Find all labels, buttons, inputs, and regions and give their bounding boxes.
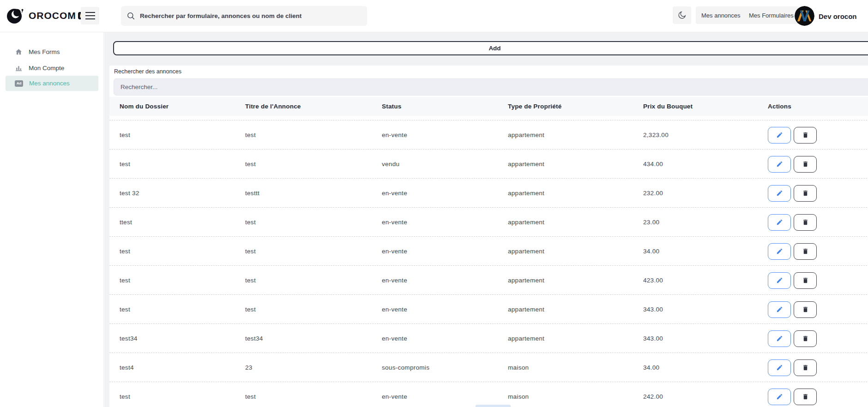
column-header-actions: Actions <box>768 97 791 116</box>
cell-prix-bouquet: 34.00 <box>643 353 659 382</box>
pencil-icon <box>776 132 783 138</box>
edit-button[interactable] <box>768 301 791 318</box>
cell-nom-dossier: test <box>120 295 130 324</box>
delete-button[interactable] <box>794 214 817 231</box>
delete-button[interactable] <box>794 272 817 289</box>
cell-titre-annonce: test <box>245 208 256 237</box>
trash-icon <box>802 306 809 313</box>
list-search-label: Rechercher des annonces <box>114 68 181 75</box>
cell-nom-dossier: test 32 <box>120 179 139 208</box>
menu-toggle-button[interactable] <box>81 7 99 24</box>
cell-nom-dossier: test34 <box>120 324 138 353</box>
pencil-icon <box>776 277 783 284</box>
cell-status: en-vente <box>382 120 407 150</box>
delete-button[interactable] <box>794 389 817 405</box>
cell-actions <box>768 353 817 382</box>
delete-button[interactable] <box>794 127 817 144</box>
delete-button[interactable] <box>794 243 817 260</box>
cell-status: en-vente <box>382 237 407 266</box>
edit-button[interactable] <box>768 185 791 202</box>
cell-status: en-vente <box>382 208 407 237</box>
dark-mode-toggle[interactable] <box>673 6 691 24</box>
cell-type-propriete: appartement <box>508 237 544 266</box>
cell-type-propriete: appartement <box>508 266 544 295</box>
table-row: test 32 testtt en-vente appartement 232.… <box>109 178 868 207</box>
trash-icon <box>802 364 809 371</box>
cell-nom-dossier: test <box>120 266 130 295</box>
table-row: test test en-vente appartement 423.00 <box>109 265 868 294</box>
cell-type-propriete: appartement <box>508 120 544 150</box>
cell-status: sous-compromis <box>382 353 429 382</box>
table-header-row: Nom du Dossier Titre de l'Annonce Status… <box>109 97 868 116</box>
cell-actions <box>768 208 817 237</box>
cell-titre-annonce: test <box>245 237 256 266</box>
trash-icon <box>802 335 809 342</box>
cell-actions <box>768 295 817 324</box>
table-row: ttest test en-vente appartement 23.00 <box>109 207 868 236</box>
sidebar-item-mon-compte[interactable]: Mon Compte <box>0 60 104 76</box>
top-header: OROCOM io Mes annonces Mes Formulaires D… <box>0 0 868 32</box>
edit-button[interactable] <box>768 272 791 289</box>
sidebar-item-mes-annonces[interactable]: Ad Mes annonces <box>6 76 98 91</box>
trash-icon <box>802 393 809 400</box>
nav-mes-formulaires[interactable]: Mes Formulaires <box>743 6 799 24</box>
avatar[interactable] <box>795 6 814 26</box>
cell-status: en-vente <box>382 179 407 208</box>
cell-actions <box>768 179 817 208</box>
edit-button[interactable] <box>768 243 791 260</box>
logo-icon <box>6 6 25 25</box>
edit-button[interactable] <box>768 330 791 347</box>
trash-icon <box>802 190 809 197</box>
hamburger-icon <box>85 12 95 13</box>
edit-button[interactable] <box>768 156 791 173</box>
nav-mes-annonces[interactable]: Mes annonces <box>696 6 746 24</box>
table-row: test test en-vente appartement 2,323.00 <box>109 120 868 149</box>
annonces-card: Rechercher des annonces Nom du Dossier T… <box>109 66 868 407</box>
edit-button[interactable] <box>768 389 791 405</box>
column-header-titre: Titre de l'Annonce <box>245 97 301 116</box>
global-search-input[interactable] <box>140 12 362 19</box>
edit-button[interactable] <box>768 127 791 144</box>
trash-icon <box>802 219 809 226</box>
cell-titre-annonce: test34 <box>245 324 263 353</box>
cell-nom-dossier: ttest <box>120 208 132 237</box>
user-name: Dev orocon <box>819 0 857 32</box>
cell-titre-annonce: testtt <box>245 179 259 208</box>
cell-status: vendu <box>382 150 399 179</box>
cell-prix-bouquet: 423.00 <box>643 266 663 295</box>
edit-button[interactable] <box>768 359 791 376</box>
delete-button[interactable] <box>794 359 817 376</box>
cell-type-propriete: maison <box>508 353 529 382</box>
cell-titre-annonce: 23 <box>245 353 253 382</box>
delete-button[interactable] <box>794 185 817 202</box>
cell-prix-bouquet: 2,323.00 <box>643 120 669 150</box>
pencil-icon <box>776 364 783 371</box>
pencil-icon <box>776 335 783 342</box>
cell-actions <box>768 120 817 150</box>
delete-button[interactable] <box>794 330 817 347</box>
list-search-input[interactable] <box>114 78 868 96</box>
add-button[interactable]: Add <box>113 41 868 55</box>
cell-prix-bouquet: 343.00 <box>643 324 663 353</box>
avatar-logo-icon <box>795 6 814 26</box>
table-body: test test en-vente appartement 2,323.00 <box>109 120 868 407</box>
cell-actions <box>768 382 817 407</box>
cell-prix-bouquet: 242.00 <box>643 382 663 407</box>
column-header-status: Status <box>382 97 401 116</box>
cell-actions <box>768 324 817 353</box>
cell-type-propriete: appartement <box>508 150 544 179</box>
table-row: test test en-vente maison 242.00 <box>109 382 868 407</box>
sidebar-item-label: Mon Compte <box>29 65 64 72</box>
edit-button[interactable] <box>768 214 791 231</box>
sidebar-item-mes-forms[interactable]: Mes Forms <box>0 44 104 60</box>
cell-actions <box>768 266 817 295</box>
cell-titre-annonce: test <box>245 266 256 295</box>
delete-button[interactable] <box>794 156 817 173</box>
cell-actions <box>768 150 817 179</box>
cell-titre-annonce: test <box>245 295 256 324</box>
cell-nom-dossier: test4 <box>120 353 134 382</box>
table-row: test test vendu appartement 434.00 <box>109 149 868 178</box>
cell-status: en-vente <box>382 382 407 407</box>
delete-button[interactable] <box>794 301 817 318</box>
bar-chart-icon <box>15 64 23 72</box>
